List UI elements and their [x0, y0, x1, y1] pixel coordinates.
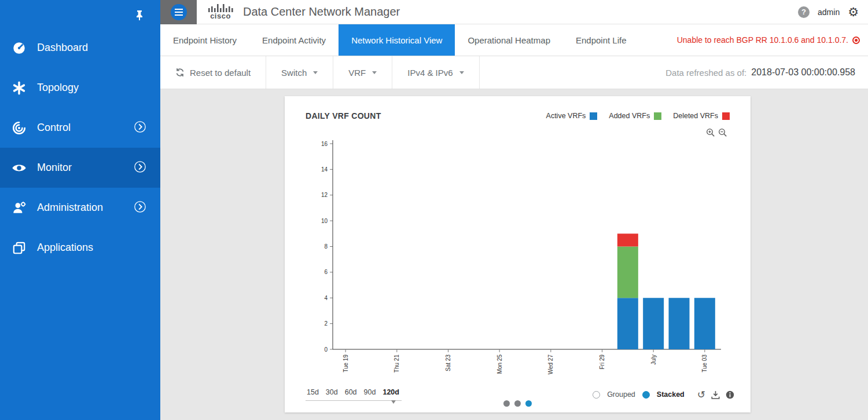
legend-label: Active VRFs — [546, 112, 586, 120]
range-15d[interactable]: 15d — [307, 388, 319, 396]
carousel-pagination — [285, 400, 751, 407]
gauge-icon — [10, 39, 28, 57]
grouped-radio[interactable] — [593, 391, 600, 399]
info-icon[interactable] — [726, 390, 734, 399]
filter-toolbar: Reset to default Switch VRF IPv4 & IPv6 … — [160, 56, 868, 89]
legend-deleted-vrfs[interactable]: Deleted VRFs — [673, 112, 730, 120]
legend-swatch-red — [722, 112, 730, 120]
pin-icon[interactable] — [134, 9, 145, 23]
ip-version-dropdown[interactable]: IPv4 & IPv6 — [392, 56, 479, 89]
legend-label: Added VRFs — [609, 112, 650, 120]
chart-title: DAILY VRF COUNT — [306, 111, 381, 120]
legend-active-vrfs[interactable]: Active VRFs — [546, 112, 598, 120]
page-dot-1[interactable] — [503, 400, 510, 407]
topbar-right: ? admin ⚙ — [798, 6, 868, 18]
tab-endpoint-activity[interactable]: Endpoint Activity — [249, 24, 339, 56]
x-tick-label: July — [650, 355, 657, 365]
y-tick-label: 8 — [324, 243, 328, 250]
help-icon[interactable]: ? — [798, 6, 810, 18]
x-tick-label: Mon 25 — [496, 355, 503, 374]
range-120d[interactable]: 120d — [382, 388, 399, 396]
grouped-label[interactable]: Grouped — [607, 390, 635, 399]
sidebar-item-administration[interactable]: Administration — [0, 188, 160, 228]
sidebar-item-label: Administration — [37, 202, 103, 214]
download-icon[interactable] — [711, 390, 720, 399]
eye-icon — [10, 159, 28, 177]
chevron-down-icon — [313, 71, 318, 74]
data-refreshed-label: Data refreshed as of: — [665, 68, 746, 78]
bar-segment[interactable] — [617, 298, 638, 349]
reset-zoom-icon[interactable]: ↺ — [697, 390, 705, 400]
bar-segment[interactable] — [617, 233, 638, 246]
sidebar-item-label: Monitor — [37, 162, 72, 174]
sidebar-item-topology[interactable]: Topology — [0, 68, 160, 108]
sidebar-item-control[interactable]: Control — [0, 108, 160, 148]
switch-dropdown[interactable]: Switch — [266, 56, 333, 89]
page-dot-3[interactable] — [525, 400, 532, 407]
vrf-dropdown[interactable]: VRF — [333, 56, 392, 89]
ip-version-dropdown-label: IPv4 & IPv6 — [407, 68, 453, 78]
app-window: Dashboard Topology Control — [0, 0, 868, 420]
hamburger-block — [160, 0, 197, 24]
cisco-logo-bars — [207, 3, 234, 12]
y-tick-label: 6 — [324, 269, 328, 275]
x-tick-label: Tue 19 — [343, 355, 349, 372]
range-60d[interactable]: 60d — [345, 388, 357, 396]
chevron-right-icon[interactable] — [134, 200, 146, 216]
vrf-count-chart-svg: 0246810121416Tue 19Thu 21Sat 23Mon 25Wed… — [296, 129, 739, 378]
reset-to-default-button[interactable]: Reset to default — [160, 56, 266, 89]
y-tick-label: 14 — [321, 166, 328, 173]
sidebar-item-label: Applications — [37, 242, 93, 254]
sidebar-item-dashboard[interactable]: Dashboard — [0, 28, 160, 68]
tab-endpoint-life[interactable]: Endpoint Life — [563, 24, 639, 56]
user-menu[interactable]: admin — [818, 8, 840, 17]
reset-to-default-label: Reset to default — [190, 68, 251, 78]
y-tick-label: 16 — [321, 141, 328, 147]
range-30d[interactable]: 30d — [326, 388, 338, 396]
cisco-logo: cisco — [207, 3, 234, 20]
chevron-right-icon[interactable] — [134, 120, 146, 136]
bgp-alert-text: Unable to reach BGP RR 10.1.0.6 and 10.1… — [677, 35, 848, 45]
bar-segment[interactable] — [617, 247, 638, 298]
admin-user-icon — [10, 199, 28, 217]
bar-segment[interactable] — [694, 298, 715, 349]
y-tick-label: 4 — [324, 295, 328, 301]
stacked-label[interactable]: Stacked — [657, 390, 685, 399]
legend-label: Deleted VRFs — [673, 112, 718, 120]
tab-bar: Endpoint History Endpoint Activity Netwo… — [160, 24, 868, 56]
content-area: DAILY VRF COUNT Active VRFs Added VRFs D… — [160, 89, 868, 420]
settings-gear-icon[interactable]: ⚙ — [848, 6, 859, 18]
stacked-radio[interactable] — [642, 391, 650, 399]
cisco-wordmark: cisco — [210, 12, 231, 20]
range-90d[interactable]: 90d — [364, 388, 376, 396]
tab-network-historical-view[interactable]: Network Historical View — [339, 24, 455, 56]
y-tick-label: 12 — [321, 192, 328, 198]
chart-action-icons: ↺ — [697, 390, 734, 400]
legend-added-vrfs[interactable]: Added VRFs — [609, 112, 661, 120]
sidebar-nav: Dashboard Topology Control — [0, 28, 160, 268]
chevron-down-icon — [459, 71, 464, 74]
sidebar-item-label: Dashboard — [37, 42, 88, 54]
app-title: Data Center Network Manager — [243, 5, 400, 19]
x-tick-label: Sat 23 — [445, 355, 451, 371]
chart-footer: 15d 30d 60d 90d 120d Grouped Stacked ↺ — [306, 388, 734, 401]
x-tick-label: Wed 27 — [547, 355, 554, 375]
bar-segment[interactable] — [643, 298, 664, 349]
y-tick-label: 2 — [324, 320, 328, 327]
page-dot-2[interactable] — [514, 400, 521, 407]
chart-header: DAILY VRF COUNT Active VRFs Added VRFs D… — [306, 111, 730, 120]
hamburger-menu-button[interactable] — [171, 4, 187, 20]
sidebar: Dashboard Topology Control — [0, 0, 160, 420]
chevron-right-icon[interactable] — [134, 160, 146, 176]
sidebar-item-monitor[interactable]: Monitor — [0, 148, 160, 188]
sidebar-item-applications[interactable]: Applications — [0, 228, 160, 268]
vrf-count-chart[interactable]: 0246810121416Tue 19Thu 21Sat 23Mon 25Wed… — [296, 129, 739, 381]
legend-swatch-green — [654, 112, 661, 120]
tab-operational-heatmap[interactable]: Operational Heatmap — [455, 24, 563, 56]
daily-vrf-count-card: DAILY VRF COUNT Active VRFs Added VRFs D… — [285, 96, 751, 412]
refresh-icon — [175, 68, 185, 77]
control-icon — [10, 119, 28, 137]
bar-segment[interactable] — [669, 298, 690, 349]
tab-endpoint-history[interactable]: Endpoint History — [160, 24, 249, 56]
x-tick-label: Fri 29 — [599, 355, 605, 370]
